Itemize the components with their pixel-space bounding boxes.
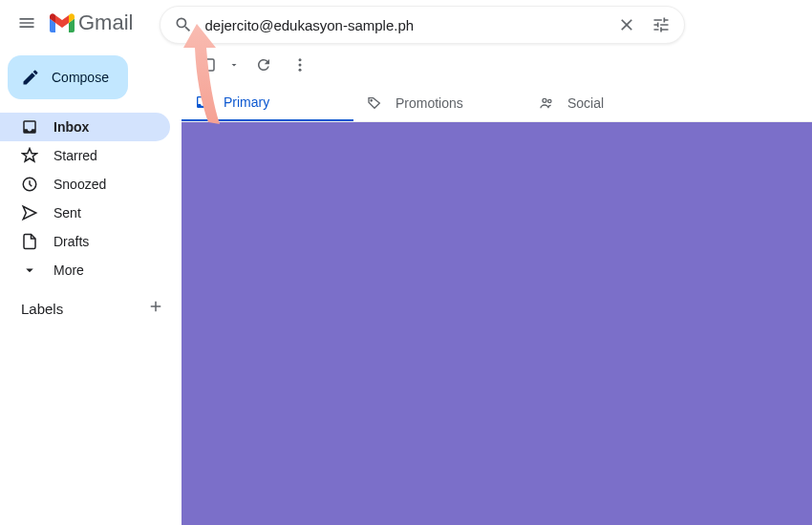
nav-inbox[interactable]: Inbox bbox=[0, 113, 170, 141]
pencil-icon bbox=[21, 68, 40, 87]
tag-icon bbox=[367, 95, 382, 111]
caret-down-icon bbox=[228, 59, 240, 71]
svg-point-3 bbox=[299, 64, 302, 67]
mail-list-area[interactable] bbox=[182, 122, 812, 525]
svg-rect-1 bbox=[203, 59, 214, 71]
category-tabs: Primary Promotions Social bbox=[182, 84, 812, 122]
nav-starred[interactable]: Starred bbox=[0, 141, 170, 170]
file-icon bbox=[21, 233, 38, 250]
nav-sent[interactable]: Sent bbox=[0, 199, 170, 227]
nav-label: Starred bbox=[53, 148, 97, 163]
close-icon bbox=[617, 15, 636, 34]
labels-title: Labels bbox=[21, 301, 63, 317]
nav-label: Sent bbox=[53, 205, 81, 220]
inbox-icon bbox=[21, 118, 38, 136]
app-name: Gmail bbox=[78, 10, 133, 35]
clear-search-button[interactable] bbox=[609, 8, 644, 42]
search-bar bbox=[160, 6, 685, 44]
select-all-checkbox[interactable] bbox=[193, 50, 224, 80]
nav-label: Inbox bbox=[53, 119, 89, 135]
clock-icon bbox=[21, 176, 38, 193]
select-dropdown[interactable] bbox=[225, 50, 243, 80]
nav-more[interactable]: More bbox=[0, 256, 170, 284]
sidebar: Compose Inbox Starred Snoozed Sent Draft… bbox=[0, 46, 182, 525]
add-label-button[interactable] bbox=[147, 298, 164, 319]
svg-point-7 bbox=[548, 99, 551, 102]
refresh-button[interactable] bbox=[248, 50, 279, 80]
tab-label: Primary bbox=[224, 94, 269, 110]
svg-point-4 bbox=[299, 69, 302, 72]
search-icon bbox=[174, 15, 193, 34]
inbox-tab-icon bbox=[195, 94, 210, 110]
tab-label: Social bbox=[567, 95, 604, 111]
checkbox-icon bbox=[200, 56, 217, 74]
tab-label: Promotions bbox=[395, 95, 463, 111]
nav-label: Drafts bbox=[53, 234, 89, 249]
search-input[interactable] bbox=[201, 17, 609, 33]
search-button[interactable] bbox=[166, 8, 201, 42]
more-actions-button[interactable] bbox=[285, 50, 315, 80]
compose-label: Compose bbox=[52, 70, 109, 85]
labels-section: Labels bbox=[0, 284, 182, 319]
main-layout: Compose Inbox Starred Snoozed Sent Draft… bbox=[0, 46, 812, 525]
send-icon bbox=[21, 204, 38, 221]
tune-icon bbox=[652, 15, 671, 34]
star-icon bbox=[21, 147, 38, 164]
nav-label: Snoozed bbox=[53, 177, 106, 192]
more-vert-icon bbox=[291, 56, 309, 74]
plus-icon bbox=[147, 298, 164, 315]
people-icon bbox=[539, 95, 554, 111]
select-all-group bbox=[193, 50, 243, 80]
nav-snoozed[interactable]: Snoozed bbox=[0, 170, 170, 199]
refresh-icon bbox=[255, 56, 272, 74]
mail-toolbar bbox=[182, 46, 812, 84]
search-options-button[interactable] bbox=[644, 8, 678, 42]
svg-point-6 bbox=[543, 98, 546, 102]
nav-list: Inbox Starred Snoozed Sent Drafts More bbox=[0, 113, 182, 284]
app-header: Gmail bbox=[0, 0, 812, 46]
content-area: Primary Promotions Social bbox=[182, 46, 812, 525]
gmail-logo-icon bbox=[50, 13, 75, 32]
hamburger-icon bbox=[17, 13, 36, 32]
compose-button[interactable]: Compose bbox=[8, 55, 128, 99]
logo[interactable]: Gmail bbox=[50, 10, 133, 35]
menu-button[interactable] bbox=[8, 4, 46, 42]
svg-point-5 bbox=[371, 99, 372, 100]
chevron-down-icon bbox=[21, 262, 38, 279]
tab-social[interactable]: Social bbox=[525, 84, 697, 121]
tab-primary[interactable]: Primary bbox=[182, 84, 353, 121]
nav-label: More bbox=[53, 262, 84, 278]
nav-drafts[interactable]: Drafts bbox=[0, 227, 170, 256]
tab-promotions[interactable]: Promotions bbox=[353, 84, 525, 121]
svg-point-2 bbox=[299, 58, 302, 61]
